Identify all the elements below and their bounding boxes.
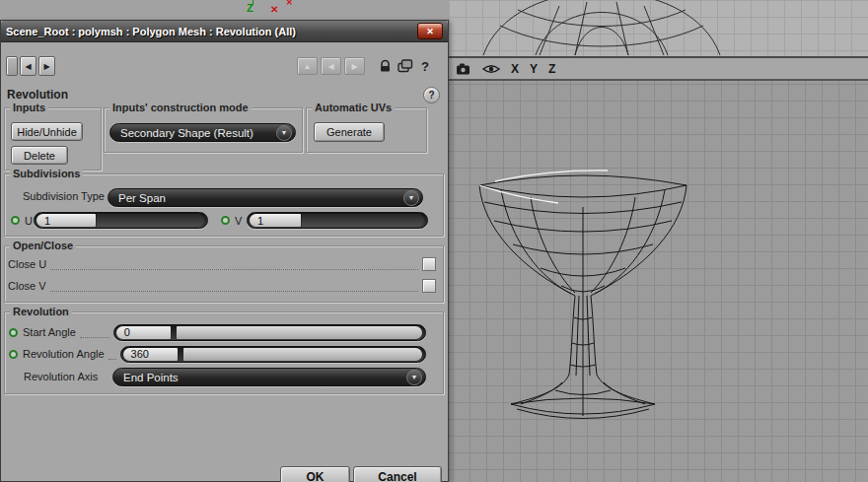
close-u-checkbox[interactable] — [422, 257, 436, 271]
axis-y-toggle[interactable]: Y — [530, 62, 538, 76]
subdivision-type-label: Subdivision Type — [23, 190, 105, 202]
construction-mode-dropdown[interactable]: Secondary Shape (Result) ▼ — [109, 123, 296, 142]
delete-button[interactable]: Delete — [11, 146, 68, 165]
inputs-group-title: Inputs — [10, 102, 48, 113]
close-v-label: Close V — [8, 280, 46, 292]
automatic-uvs-title: Automatic UVs — [312, 102, 395, 113]
layers-icon[interactable] — [397, 57, 414, 75]
revolution-angle-field[interactable]: 360 — [123, 348, 178, 361]
cancel-button[interactable]: Cancel — [353, 466, 442, 482]
nav-right-button[interactable]: ▶ — [344, 57, 365, 75]
subdivisions-group: Subdivisions Subdivision Type Per Span ▼… — [4, 173, 444, 237]
dotted-leader — [108, 349, 116, 360]
automatic-uvs-group: Automatic UVs Generate — [306, 107, 427, 153]
u-value-field[interactable]: 1 — [36, 214, 96, 227]
close-button[interactable]: ✕ — [417, 23, 443, 39]
dotted-leader — [50, 281, 418, 292]
axis-x-toggle[interactable]: X — [511, 62, 519, 76]
close-v-checkbox[interactable] — [422, 279, 436, 293]
subdivisions-title: Subdivisions — [10, 168, 83, 179]
v-anim-divot[interactable] — [221, 216, 230, 225]
v-label: V — [235, 215, 242, 227]
ppg-toolbar: ◀ ▶ ▲ ◀ ▶ ? — [6, 53, 443, 79]
nav-left-button[interactable]: ◀ — [321, 57, 341, 75]
gizmo-z-label: Z — [247, 2, 253, 14]
camera-icon[interactable] — [454, 60, 471, 78]
section-title: Revolution — [7, 88, 68, 102]
construction-mode-title: Inputs' construction mode — [109, 102, 252, 113]
ok-button[interactable]: OK — [280, 466, 350, 482]
v-slider[interactable]: 1 — [247, 212, 428, 229]
titlebar[interactable]: Scene_Root : polymsh : Polygon Mesh : Re… — [1, 21, 448, 42]
next-page-button[interactable]: ▶ — [38, 56, 55, 76]
slider-thumb[interactable] — [171, 326, 176, 339]
close-u-row: Close U — [8, 256, 436, 272]
inputs-group: Inputs Hide/Unhide Delete — [4, 107, 102, 171]
revolution-group: Revolution Start Angle 0 Revolution Angl… — [4, 311, 444, 394]
start-angle-track[interactable] — [177, 326, 422, 339]
revolution-axis-value: End Points — [123, 372, 179, 383]
dotted-leader — [80, 327, 109, 338]
hide-unhide-button[interactable]: Hide/Unhide — [11, 122, 83, 141]
window-title: Scene_Root : polymsh : Polygon Mesh : Re… — [6, 26, 296, 37]
start-angle-anim-divot[interactable] — [9, 328, 18, 337]
prev-page-button[interactable]: ◀ — [20, 56, 36, 76]
open-close-group: Open/Close Close U Close V — [4, 245, 444, 303]
revolution-angle-row: Revolution Angle 360 — [9, 345, 426, 363]
start-angle-field[interactable]: 0 — [116, 326, 171, 339]
revolution-angle-anim-divot[interactable] — [9, 350, 18, 359]
subdivision-type-dropdown[interactable]: Per Span ▼ — [108, 188, 423, 207]
u-anim-divot[interactable] — [11, 216, 20, 225]
ppg-toolbar-right: ▲ ◀ ▶ ? — [297, 57, 443, 75]
u-slider[interactable]: 1 — [34, 212, 208, 229]
top-viewport[interactable] — [449, 0, 868, 58]
open-close-title: Open/Close — [10, 240, 76, 251]
chevron-down-icon: ▼ — [403, 190, 419, 206]
axis-z-toggle[interactable]: Z — [548, 62, 555, 76]
pin-button[interactable] — [6, 56, 18, 76]
dome-wireframe — [449, 0, 868, 55]
v-value-field[interactable]: 1 — [250, 214, 301, 227]
property-page-dialog: Scene_Root : polymsh : Polygon Mesh : Re… — [0, 20, 449, 482]
ppg-help-icon[interactable]: ? — [417, 59, 429, 74]
nav-up-button[interactable]: ▲ — [297, 57, 318, 75]
chevron-down-icon: ▼ — [406, 370, 422, 385]
viewport-toolbar: X Y Z — [449, 58, 868, 81]
section-help-button[interactable]: ? — [423, 87, 440, 103]
axis-gizmo: Z ✕ ✕ — [243, 0, 322, 19]
start-angle-slider[interactable]: 0 — [113, 324, 426, 341]
eye-icon[interactable] — [482, 60, 500, 78]
start-angle-label: Start Angle — [23, 326, 76, 338]
revolution-title: Revolution — [10, 306, 72, 317]
goblet-wireframe — [460, 158, 700, 439]
construction-mode-value: Secondary Shape (Result) — [120, 127, 253, 139]
slider-thumb[interactable] — [178, 348, 182, 361]
start-angle-row: Start Angle 0 — [9, 323, 426, 341]
application-window: X Y Z Z ✕ ✕ Scene_Root : polymsh : Polyg… — [0, 0, 868, 482]
close-u-label: Close U — [8, 258, 46, 270]
construction-mode-group: Inputs' construction mode Secondary Shap… — [104, 107, 303, 153]
revolution-angle-track[interactable] — [183, 348, 422, 361]
revolution-angle-slider[interactable]: 360 — [120, 346, 426, 363]
gizmo-x-marker: ✕ — [270, 4, 278, 15]
gizmo-x-marker-small: ✕ — [286, 0, 293, 7]
lock-icon[interactable] — [376, 57, 394, 75]
revolution-axis-label: Revolution Axis — [24, 371, 98, 382]
chevron-down-icon: ▼ — [276, 125, 292, 141]
generate-button[interactable]: Generate — [314, 122, 385, 142]
subdivision-type-value: Per Span — [118, 192, 166, 204]
u-label: U — [25, 215, 33, 227]
revolution-angle-label: Revolution Angle — [23, 348, 105, 360]
close-v-row: Close V — [8, 278, 436, 294]
revolution-axis-dropdown[interactable]: End Points ▼ — [112, 368, 426, 386]
dotted-leader — [50, 259, 418, 270]
u-slider-track[interactable] — [97, 214, 204, 227]
top-strip: Z ✕ ✕ — [0, 0, 449, 20]
v-slider-track[interactable] — [302, 214, 424, 227]
